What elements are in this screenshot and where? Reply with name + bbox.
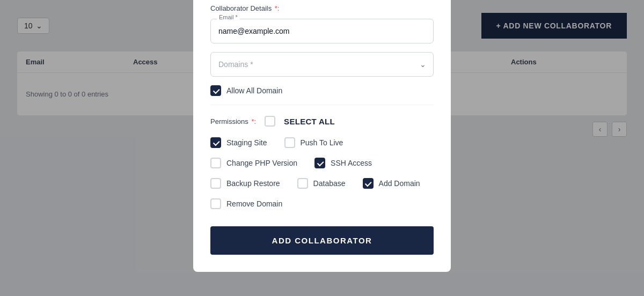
change-php-label: Change PHP Version: [226, 159, 297, 167]
permissions-row-3: Backup Restore Database Add Domain: [210, 178, 434, 189]
collaborator-details-label: Collaborator Details *:: [210, 4, 434, 12]
section-divider: [210, 105, 434, 105]
permissions-row-4: Remove Domain: [210, 198, 434, 209]
section-label-text: Collaborator Details: [210, 4, 272, 12]
change-php-item: Change PHP Version: [210, 158, 297, 168]
permissions-header: Permissions *: SELECT ALL: [210, 116, 434, 127]
permissions-grid: Staging Site Push To Live Change PHP Ver…: [210, 137, 434, 209]
remove-domain-item: Remove Domain: [210, 198, 282, 209]
domains-select-wrapper: Domains * ⌄: [210, 52, 434, 77]
remove-domain-checkbox[interactable]: [210, 198, 221, 209]
ssh-access-label: SSH Access: [331, 159, 372, 167]
permissions-row-2: Change PHP Version SSH Access: [210, 158, 434, 168]
add-collaborator-btn-label: ADD COLLABORATOR: [272, 236, 372, 245]
add-domain-checkbox[interactable]: [363, 178, 374, 189]
ssh-access-checkbox[interactable]: [314, 158, 325, 168]
add-collaborator-button[interactable]: ADD COLLABORATOR: [210, 226, 434, 255]
permissions-required-star: *:: [251, 117, 256, 125]
backup-restore-checkbox[interactable]: [210, 178, 221, 189]
email-input[interactable]: [210, 19, 434, 43]
staging-site-item: Staging Site: [210, 137, 267, 148]
select-all-label: SELECT ALL: [284, 117, 335, 126]
database-item: Database: [297, 178, 346, 189]
domains-placeholder: Domains *: [218, 60, 253, 69]
database-checkbox[interactable]: [297, 178, 308, 189]
permissions-label: Permissions *:: [210, 117, 256, 125]
push-to-live-item: Push To Live: [284, 137, 343, 148]
email-form-group: Email *: [210, 19, 434, 43]
push-to-live-checkbox[interactable]: [284, 137, 295, 148]
database-label: Database: [313, 179, 346, 188]
change-php-checkbox[interactable]: [210, 158, 221, 168]
permissions-label-text: Permissions: [210, 117, 248, 125]
backup-restore-item: Backup Restore: [210, 178, 280, 189]
modal-overlay: Collaborator Details *: Email * Domains …: [0, 0, 644, 296]
staging-site-checkbox[interactable]: [210, 137, 221, 148]
allow-all-domain-label: Allow All Domain: [226, 86, 282, 95]
required-star: *:: [275, 4, 280, 12]
add-domain-label: Add Domain: [379, 179, 420, 188]
allow-all-domain-row: Allow All Domain: [210, 85, 434, 96]
backup-restore-label: Backup Restore: [226, 179, 280, 188]
add-collaborator-modal: Collaborator Details *: Email * Domains …: [193, 0, 451, 272]
allow-all-domain-checkbox[interactable]: [210, 85, 221, 96]
email-input-wrapper: Email *: [210, 19, 434, 43]
staging-site-label: Staging Site: [226, 138, 267, 147]
select-all-checkbox[interactable]: [265, 116, 275, 127]
ssh-access-item: SSH Access: [314, 158, 372, 168]
add-domain-item: Add Domain: [363, 178, 420, 189]
push-to-live-label: Push To Live: [301, 138, 343, 147]
domains-select[interactable]: Domains *: [210, 52, 434, 77]
email-float-label: Email *: [217, 14, 240, 20]
remove-domain-label: Remove Domain: [226, 199, 282, 208]
domains-form-group: Domains * ⌄: [210, 52, 434, 77]
permissions-row-1: Staging Site Push To Live: [210, 137, 434, 148]
